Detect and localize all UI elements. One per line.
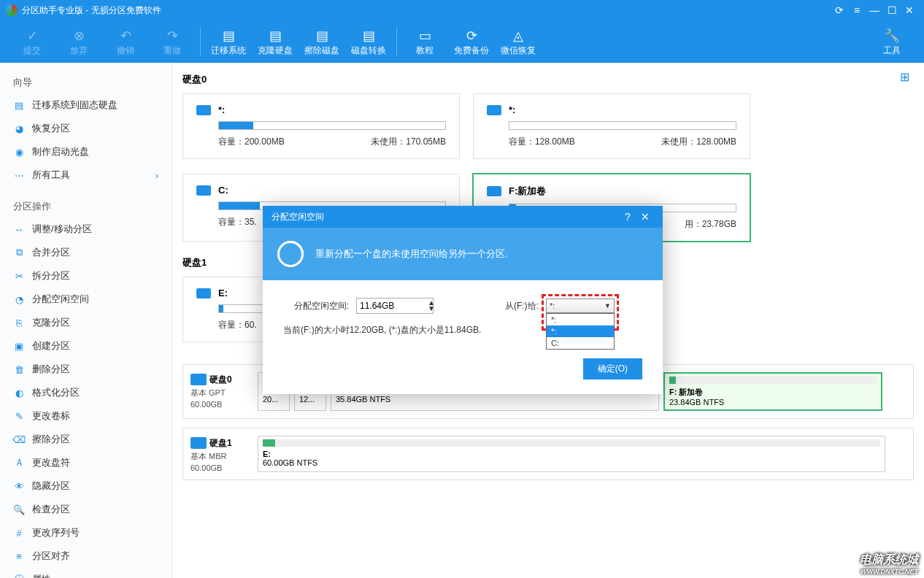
- dropdown-option[interactable]: *:: [547, 325, 614, 337]
- dialog-close-button[interactable]: ✕: [636, 211, 654, 223]
- drive-icon: [196, 185, 211, 196]
- sidebar: 向导 ▤迁移系统到固态硬盘◕恢复分区◉制作启动光盘⋯所有工具› 分区操作 ↔调整…: [0, 63, 172, 578]
- free-label: 用：23.78GB: [685, 218, 736, 231]
- ops-item-2[interactable]: ✂拆分分区: [0, 264, 172, 288]
- backup-button[interactable]: ⟳免费备份: [448, 27, 495, 57]
- spinner-buttons[interactable]: ▲▼: [428, 300, 435, 312]
- commit-button[interactable]: ✓提交: [9, 27, 55, 57]
- ops-item-6[interactable]: 🗑删除分区: [0, 358, 172, 381]
- dropdown-option[interactable]: *:: [547, 314, 614, 325]
- merge-icon: ⧉: [13, 247, 25, 258]
- ops-item-7[interactable]: ◐格式化分区: [0, 381, 172, 404]
- sidebar-item-label: 分区对齐: [32, 550, 70, 563]
- ops-item-12[interactable]: 🔍检查分区: [0, 498, 172, 521]
- sidebar-item-label: 格式化分区: [32, 386, 80, 399]
- serial-icon: #: [13, 527, 25, 539]
- allocate-dialog: 分配空闲空间 ? ✕ 重新分配一个盘的未使用空间给另外一个分区. 分配空闲空间:…: [263, 206, 663, 394]
- tutorial-button[interactable]: ▭教程: [401, 27, 448, 57]
- drive-icon: [196, 288, 211, 298]
- layout-toggle-icon[interactable]: ⊞: [900, 70, 909, 84]
- watermark: 电脑系统城 WWW.DNXTC.NET: [860, 552, 918, 575]
- ops-item-9[interactable]: ⌫擦除分区: [0, 428, 172, 451]
- wizard-item-2[interactable]: ◉制作启动光盘: [0, 140, 172, 163]
- maximize-button[interactable]: ☐: [883, 4, 901, 16]
- app-logo-icon: [6, 4, 18, 16]
- ops-item-11[interactable]: 👁隐藏分区: [0, 474, 172, 498]
- menu-button[interactable]: ≡: [848, 4, 866, 16]
- wechat-button[interactable]: ◬微信恢复: [495, 27, 542, 57]
- ops-item-0[interactable]: ↔调整/移动分区: [0, 217, 172, 241]
- alloc-size-input[interactable]: [356, 298, 434, 314]
- dialog-help-button[interactable]: ?: [619, 211, 636, 223]
- hide-icon: 👁: [13, 480, 25, 492]
- disk-icon: [190, 437, 207, 449]
- convert-button[interactable]: ▤磁盘转换: [345, 27, 392, 57]
- partition-name: F:新加卷: [509, 185, 546, 198]
- clone-icon: ⎘: [13, 317, 25, 328]
- sidebar-item-label: 擦除分区: [32, 433, 70, 446]
- redo-button[interactable]: ↷重做: [149, 27, 196, 57]
- dots-icon: ⋯: [13, 169, 25, 181]
- letter-icon: Ａ: [13, 457, 25, 469]
- drive-icon: [487, 186, 501, 196]
- ops-item-4[interactable]: ⎘克隆分区: [0, 311, 172, 334]
- wizard-section-title: 向导: [0, 72, 172, 93]
- disk-info: 硬盘1基本 MBR60.00GB: [190, 436, 253, 472]
- split-icon: ✂: [13, 270, 25, 282]
- pie-icon: ◕: [13, 123, 25, 134]
- check-icon: 🔍: [13, 504, 25, 515]
- partition-card[interactable]: *:容量：200.00MB未使用：170.05MB: [182, 93, 460, 159]
- disk0-title: 硬盘0: [182, 73, 914, 86]
- tools-button[interactable]: 🔧工具: [869, 27, 915, 57]
- sidebar-item-label: 隐藏分区: [32, 479, 70, 493]
- dropdown-option[interactable]: C:: [547, 337, 614, 349]
- refresh-button[interactable]: ⟳: [831, 4, 848, 16]
- undo-button[interactable]: ↶撤销: [102, 27, 149, 57]
- ops-section-title: 分区操作: [0, 196, 172, 217]
- pie-chart-icon: [277, 241, 304, 267]
- create-icon: ▣: [13, 340, 25, 352]
- free-label: 未使用：170.05MB: [371, 136, 446, 148]
- toolbar: ✓提交 ⊗放弃 ↶撤销 ↷重做 ▤迁移系统 ▤克隆硬盘 ▤擦除磁盘 ▤磁盘转换 …: [0, 20, 924, 63]
- wizard-item-1[interactable]: ◕恢复分区: [0, 117, 172, 140]
- ops-item-14[interactable]: ≡分区对齐: [0, 544, 172, 568]
- usage-bar: [509, 121, 736, 130]
- partition-card[interactable]: *:容量：128.00MB未使用：128.00MB: [473, 93, 750, 159]
- discard-button[interactable]: ⊗放弃: [55, 27, 102, 57]
- disc-icon: ◉: [13, 146, 25, 158]
- ops-item-10[interactable]: Ａ更改盘符: [0, 451, 172, 474]
- window-title: 分区助手专业版 - 无损分区免费软件: [22, 4, 161, 17]
- target-dropdown[interactable]: *: ▼ *:*:C:: [546, 298, 615, 313]
- label-icon: ✎: [13, 410, 25, 422]
- capacity-label: 容量：200.00MB: [218, 136, 285, 148]
- dropdown-list: *:*:C:: [546, 313, 615, 350]
- ops-item-5[interactable]: ▣创建分区: [0, 334, 172, 358]
- partition-name: *:: [509, 104, 515, 115]
- sidebar-item-label: 所有工具: [32, 169, 70, 182]
- chevron-right-icon: ›: [155, 170, 158, 181]
- migrate-button[interactable]: ▤迁移系统: [205, 27, 252, 57]
- sidebar-item-label: 分配空闲空间: [32, 293, 89, 306]
- ops-item-3[interactable]: ◔分配空闲空间: [0, 288, 172, 311]
- usage-bar: [218, 121, 446, 130]
- sidebar-item-label: 更改盘符: [32, 456, 70, 469]
- capacity-label: 容量：35.: [218, 216, 257, 228]
- ok-button[interactable]: 确定(O): [583, 358, 642, 379]
- close-button[interactable]: ✕: [901, 4, 918, 16]
- capacity-label: 容量：128.00MB: [509, 136, 575, 148]
- ops-item-13[interactable]: #更改序列号: [0, 521, 172, 544]
- erase-button[interactable]: ▤擦除磁盘: [299, 27, 345, 57]
- ops-item-1[interactable]: ⧉合并分区: [0, 241, 172, 264]
- wizard-item-3[interactable]: ⋯所有工具›: [0, 163, 172, 187]
- disk-segment[interactable]: E:60.00GB NTFS: [258, 436, 885, 472]
- dialog-hero: 重新分配一个盘的未使用空间给另外一个分区.: [263, 228, 663, 280]
- ops-item-8[interactable]: ✎更改卷标: [0, 404, 172, 428]
- drive-icon: [196, 105, 211, 115]
- wipe-icon: ⌫: [13, 434, 25, 445]
- clone-button[interactable]: ▤克隆硬盘: [252, 27, 299, 57]
- wizard-item-0[interactable]: ▤迁移系统到固态硬盘: [0, 93, 172, 117]
- ops-item-15[interactable]: ⓘ属性: [0, 568, 172, 578]
- disk-map-1[interactable]: 硬盘1基本 MBR60.00GBE:60.00GB NTFS: [182, 428, 914, 480]
- disk-segment[interactable]: F: 新加卷23.84GB NTFS: [663, 372, 882, 411]
- minimize-button[interactable]: —: [866, 4, 883, 16]
